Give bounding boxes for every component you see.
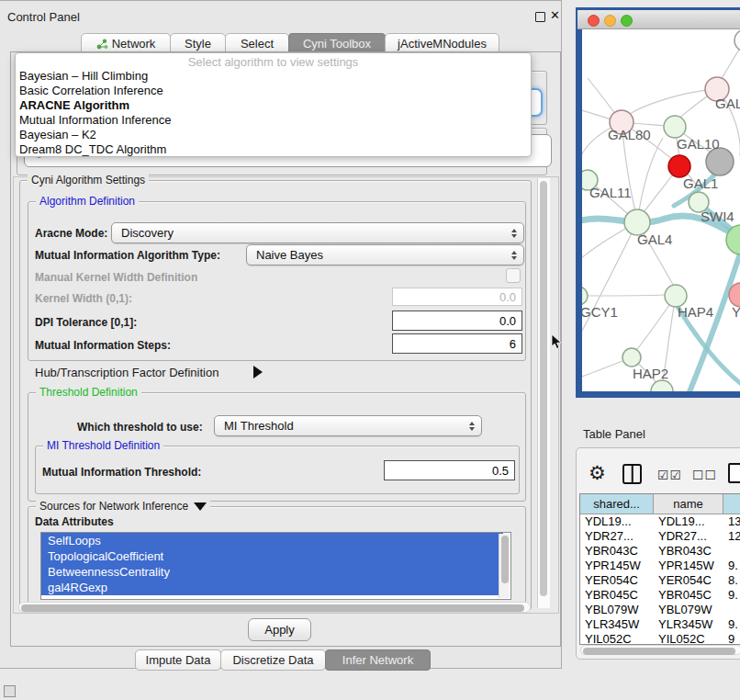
table-cell[interactable]: YDL19...: [654, 514, 723, 529]
expand-arrow-icon[interactable]: [253, 366, 263, 378]
algorithm-option[interactable]: ARACNE Algorithm: [16, 98, 531, 113]
unchecked-boxes-icon[interactable]: ☐☐: [692, 468, 717, 482]
mi-steps-field[interactable]: 6: [392, 333, 522, 354]
table-cell[interactable]: 9.: [723, 559, 740, 573]
table-cell[interactable]: YDR27...: [580, 529, 654, 544]
column-header-name[interactable]: name: [654, 494, 723, 514]
dpi-tolerance-field[interactable]: 0.0: [392, 310, 522, 331]
sources-title-text: Sources for Network Inference: [39, 500, 188, 513]
table-row[interactable]: YER054CYER054C8.: [580, 573, 740, 588]
table-row[interactable]: YDL19...YDL19...13: [580, 514, 740, 529]
data-attribute-item[interactable]: SelfLoops: [41, 533, 503, 548]
collapse-arrow-icon[interactable]: [194, 502, 207, 511]
table-cell[interactable]: YLR345W: [580, 617, 654, 632]
table-cell[interactable]: YDR27...: [654, 529, 723, 544]
kernel-width-field[interactable]: 0.0: [392, 288, 522, 306]
tab-style-label: Style: [185, 37, 211, 51]
table-cell[interactable]: 12: [723, 529, 740, 544]
table-row[interactable]: YBL079WYBL079W: [580, 603, 740, 617]
horizontal-scrollbar[interactable]: [18, 602, 531, 613]
table-row[interactable]: YPR145WYPR145W9.: [580, 559, 740, 573]
table-cell[interactable]: YBR043C: [580, 544, 654, 559]
aracne-mode-combobox[interactable]: Discovery: [111, 222, 524, 243]
vertical-scrollbar[interactable]: [537, 178, 550, 608]
table-cell[interactable]: YER054C: [654, 573, 723, 588]
network-node[interactable]: [582, 287, 588, 305]
table-cell[interactable]: YBL079W: [654, 603, 723, 617]
network-node[interactable]: [668, 155, 690, 177]
data-attribute-item[interactable]: BetweennessCentrality: [41, 564, 503, 580]
algorithm-option[interactable]: Dream8 DC_TDC Algorithm: [16, 142, 531, 157]
float-window-icon[interactable]: [535, 12, 545, 22]
apply-button[interactable]: Apply: [248, 618, 311, 641]
algorithm-option[interactable]: Mutual Information Inference: [16, 113, 531, 128]
table-cell[interactable]: YER054C: [580, 573, 654, 588]
table-row[interactable]: YBR043CYBR043C: [580, 544, 740, 559]
kernel-width-value: 0.0: [499, 290, 516, 304]
table-cell[interactable]: YBR045C: [580, 588, 654, 603]
collapsed-panel-icon[interactable]: [4, 685, 16, 697]
column-header-cut[interactable]: [723, 494, 740, 514]
table-cell[interactable]: 9.: [723, 617, 740, 632]
manual-kernel-label: Manual Kernel Width Definition: [35, 271, 197, 284]
gear-icon[interactable]: ⚙: [589, 463, 606, 483]
table-row[interactable]: YBR045CYBR045C9.: [580, 588, 740, 603]
tab-infer-network-label: Infer Network: [342, 653, 413, 667]
mi-steps-value: 6: [510, 337, 516, 351]
table-row[interactable]: YDR27...YDR27...12: [580, 529, 740, 544]
data-attribute-item[interactable]: gal4RGexp: [41, 580, 503, 595]
network-node[interactable]: [734, 29, 740, 51]
algorithm-option[interactable]: Basic Correlation Inference: [16, 84, 531, 98]
minimize-traffic-light-icon[interactable]: [604, 15, 616, 27]
network-node[interactable]: [664, 116, 686, 138]
table-row[interactable]: YLR345WYLR345W9.: [580, 617, 740, 632]
combo-stepper-icon: [511, 229, 517, 238]
list-scrollbar[interactable]: [499, 534, 510, 598]
horizontal-scrollbar-thumb[interactable]: [21, 604, 524, 612]
table-cell[interactable]: [723, 603, 740, 617]
table-horizontal-scrollbar-thumb[interactable]: [583, 648, 735, 655]
tab-impute-data[interactable]: Impute Data: [135, 649, 221, 671]
network-node[interactable]: [622, 348, 641, 367]
list-scrollbar-thumb[interactable]: [501, 536, 509, 583]
table-cell[interactable]: YLR345W: [654, 617, 723, 632]
close-traffic-light-icon[interactable]: [588, 15, 600, 27]
table-cell[interactable]: YBR045C: [654, 588, 723, 603]
table-horizontal-scrollbar[interactable]: [580, 645, 740, 655]
network-node[interactable]: [651, 380, 673, 391]
cyni-algorithm-settings-title: Cyni Algorithm Settings: [28, 174, 149, 186]
table-cell[interactable]: YBL079W: [580, 603, 654, 617]
column-header-shared-name[interactable]: shared...: [580, 494, 654, 514]
network-canvas[interactable]: GALGAL80GAL10GAL1GAL11SWI4GAL4HAP4YGCY1H…: [582, 29, 740, 391]
table-cell[interactable]: 13: [723, 514, 740, 529]
tab-cyni-toolbox-label: Cyni Toolbox: [303, 37, 371, 51]
page-icon[interactable]: [728, 463, 740, 483]
table-cell[interactable]: [723, 544, 740, 559]
network-edge-thick[interactable]: [687, 248, 740, 391]
network-window-titlebar[interactable]: [577, 10, 740, 29]
zoom-traffic-light-icon[interactable]: [621, 15, 633, 27]
mi-type-combobox[interactable]: Naive Bayes: [246, 244, 524, 265]
table-cell[interactable]: YBR043C: [654, 544, 723, 559]
checked-boxes-icon[interactable]: ☑☑: [657, 468, 682, 482]
vertical-scrollbar-thumb[interactable]: [540, 181, 547, 596]
table-cell[interactable]: YPR145W: [654, 559, 723, 573]
table-cell[interactable]: 8.: [723, 573, 740, 588]
mi-threshold-field[interactable]: 0.5: [384, 460, 515, 480]
tab-infer-network[interactable]: Infer Network: [325, 649, 431, 671]
data-attribute-item[interactable]: TopologicalCoefficient: [41, 548, 503, 564]
algorithm-option[interactable]: Bayesian – K2: [16, 128, 531, 142]
table-cell[interactable]: YPR145W: [580, 559, 654, 573]
mi-type-label: Mutual Information Algorithm Type:: [35, 249, 220, 262]
manual-kernel-checkbox[interactable]: [506, 268, 521, 283]
split-columns-icon[interactable]: [622, 464, 642, 484]
algorithm-option[interactable]: Bayesian – Hill Climbing: [16, 69, 531, 84]
close-icon[interactable]: ✕: [550, 8, 560, 22]
table-cell[interactable]: YDL19...: [580, 514, 654, 529]
table-cell[interactable]: 9.: [723, 588, 740, 603]
network-node[interactable]: [706, 148, 734, 175]
which-threshold-combobox[interactable]: MI Threshold: [214, 415, 482, 436]
tab-discretize-data[interactable]: Discretize Data: [220, 649, 326, 671]
data-attributes-list[interactable]: SelfLoopsTopologicalCoefficientBetweenne…: [40, 532, 511, 600]
network-edge[interactable]: [628, 89, 717, 115]
